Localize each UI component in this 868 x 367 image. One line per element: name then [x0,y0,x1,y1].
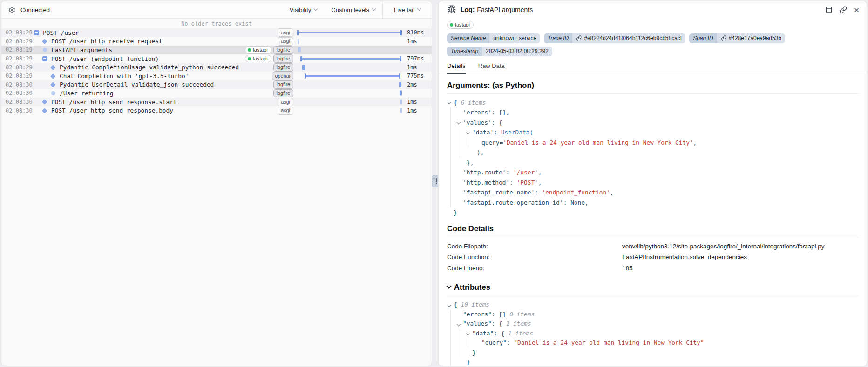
tree-token: "Daniel is a 24 year old man living in N… [514,339,704,346]
span-name: POST /user http send response.start [51,99,177,106]
metadata-chip: Timestamp2024-05-03 02:08:29.292 [447,47,552,56]
tree-token: , [693,139,697,146]
chip-value[interactable]: #428e17a0ea9ad53b [717,33,785,43]
resize-grip-handle[interactable] [432,175,438,187]
code-detail-value: venv/lib/python3.12/site-packages/logfir… [622,241,825,252]
collapse-icon[interactable] [33,30,40,35]
duration-bar-track [298,54,403,63]
tree-token: 6 items [461,99,486,106]
tree-token: : [509,179,516,186]
metadata-chip: Service Nameunknown_service [447,33,540,43]
close-icon[interactable]: × [854,6,859,14]
metadata-chip: Span ID#428e17a0ea9ad53b [689,33,785,43]
tree-line: "errors": [] 0 items [447,310,858,320]
trace-timestamp: 02:08:29 [1,64,31,71]
tree-token: , [538,179,542,186]
tree-chevron-icon[interactable] [466,131,470,134]
trace-row[interactable]: 02:08:29POST /user http receive requesta… [1,37,432,46]
indent-guide [450,329,451,339]
gear-icon[interactable] [8,7,15,13]
trace-row[interactable]: 02:08:30/User returninglogfire [1,89,432,98]
trace-row[interactable]: 02:08:29POST /userasgi810ms [1,28,432,37]
span-badges: fastapilogfire [245,54,298,63]
duration-label: 810ms [403,29,432,36]
indent-guide [450,127,451,138]
trace-row[interactable]: 02:08:29Pydantic CompletionUsage validat… [1,63,432,72]
duration-label: 2ms [403,81,432,88]
trace-row[interactable]: 02:08:30POST /user http send response.st… [1,98,432,107]
indent-guide [450,348,451,358]
indent-guide [450,158,451,168]
logfire-app: Connected Visibility Custom levels Live … [0,0,868,367]
tag-label: fastapi [455,22,470,27]
badge-asgi: asgi [278,98,293,106]
span-name: FastAPI arguments [51,47,112,53]
indent-guide [450,187,451,198]
trace-row[interactable]: 02:08:30Pydantic UserDetail validate_jso… [1,80,432,89]
panel-toggle-icon[interactable] [825,6,833,13]
tree-chevron-icon[interactable] [448,100,451,104]
tree-token: : { [492,320,506,327]
duration-bar-track [298,37,403,46]
code-detail-label: Code Filepath: [447,241,622,252]
span-diamond-icon [50,83,56,87]
tree-chevron-icon[interactable] [448,303,451,307]
span-name: Pydantic CompletionUsage validate_python… [60,64,239,71]
tree-token: ), [477,149,484,156]
badge-logfire: logfire [273,63,293,72]
chip-label: Span ID [689,33,717,43]
indent-guide [460,138,460,148]
indent-guide [450,310,451,320]
detail-panel: Log: FastAPI arguments × fastapi Service… [438,1,867,366]
span-badges: asgi [278,28,298,37]
tree-chevron-icon[interactable] [466,332,470,335]
detail-content: Arguments: (as Python) { 6 items'errors'… [439,74,867,366]
code-details-table: Code Filepath:venv/lib/python3.12/site-p… [447,237,858,283]
tree-token: 0 items [509,311,535,318]
badge-asgi: asgi [278,37,293,46]
duration-bar [301,58,401,60]
span-name: POST /user (endpoint_function) [51,55,159,62]
tab-details[interactable]: Details [447,62,466,74]
tag-row: fastapi [439,18,867,29]
collapse-icon[interactable] [41,56,48,61]
tree-line: }, [447,158,858,168]
tree-line: query='Daniel is a 24 year old man livin… [447,138,858,148]
trace-row[interactable]: 02:08:29POST /user (endpoint_function)fa… [1,54,432,63]
tree-chevron-icon[interactable] [457,322,461,326]
link-icon [576,35,582,41]
duration-bar [298,47,300,53]
trace-row[interactable]: 02:08:30POST /user http send response.bo… [1,106,432,115]
attributes-collapse-icon[interactable] [446,284,451,289]
live-tail-dropdown[interactable]: Live tail [382,1,432,18]
chip-label: Trace ID [544,33,572,43]
tree-token: 'POST' [517,179,538,186]
tree-token: 10 items [461,301,489,308]
tree-line: } [447,348,858,358]
trace-list: No older traces exist 02:08:29POST /user… [1,19,432,366]
tree-chevron-icon[interactable] [457,120,461,124]
trace-row[interactable]: 02:08:29FastAPI argumentsfastapilogfire [1,46,432,54]
tree-token: 'Daniel is a 24 year old man living in N… [503,139,693,146]
duration-bar-track [298,80,403,89]
tree-token: "query" [481,339,507,346]
trace-row[interactable]: 02:08:29Chat Completion with 'gpt-3.5-tu… [1,72,432,80]
duration-bar-track [298,98,403,107]
span-badges: openai [272,72,298,80]
indent-guide [450,338,451,348]
trace-timestamp: 02:08:30 [1,99,31,105]
tree-token: 1 items [506,320,531,327]
span-name: /User returning [60,90,114,97]
tab-raw-data[interactable]: Raw Data [478,62,505,74]
badge-asgi: asgi [278,107,293,115]
badge-openai: openai [272,72,293,80]
custom-levels-dropdown[interactable]: Custom levels [324,1,382,18]
chip-value[interactable]: #e8224d24d41f064b112c6eb9cb58cacf [572,33,685,43]
indent-guide [450,319,451,329]
duration-bar [298,32,401,33]
tree-line: 'http.method': 'POST', [447,178,858,188]
span-badges: logfire [273,63,298,72]
tree-token: { [454,301,461,308]
visibility-dropdown[interactable]: Visibility [283,1,325,18]
link-icon[interactable] [840,6,847,13]
